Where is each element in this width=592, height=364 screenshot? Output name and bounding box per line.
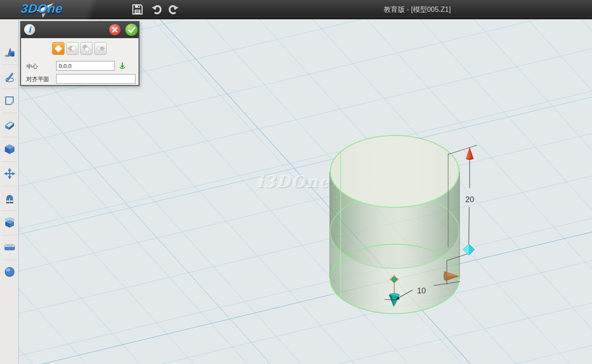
toolbar-separator <box>2 113 17 113</box>
cylinder-top-face[interactable] <box>330 136 459 207</box>
undo-icon <box>151 4 162 15</box>
double-diamond-icon <box>68 44 77 54</box>
toolbar-separator <box>2 211 17 211</box>
material-bar-icon <box>4 241 16 253</box>
tool-move-transform[interactable] <box>3 167 16 180</box>
tool-eraser[interactable] <box>3 118 16 132</box>
toolbar-separator <box>2 161 17 162</box>
cylinder-preview[interactable] <box>330 135 460 314</box>
toolbar-separator <box>2 89 17 89</box>
confirm-check-icon <box>128 27 136 33</box>
combine-cube-icon <box>4 217 16 229</box>
offset-diamond-icon <box>82 44 91 54</box>
left-toolbar <box>0 19 19 364</box>
mode-diamond-1[interactable] <box>52 42 64 55</box>
cylinder-parameter-dialog: i <box>20 21 139 86</box>
toolbar-separator <box>2 137 17 137</box>
radius-dim-label[interactable]: 10 <box>417 286 426 295</box>
solid-primitives-icon <box>4 46 16 59</box>
cancel-button[interactable] <box>109 24 121 36</box>
toolbar-separator <box>2 235 17 236</box>
toolbar-separator <box>2 186 17 186</box>
save-button[interactable] <box>130 1 145 17</box>
toolbar-separator <box>2 64 17 65</box>
mode-diamond-4[interactable] <box>94 42 107 55</box>
undo-button[interactable] <box>149 1 164 17</box>
center-field-label: 中心 <box>26 63 38 71</box>
dialog-header[interactable]: i <box>21 22 139 38</box>
tool-solid-primitives[interactable] <box>3 46 16 59</box>
toolbar-separator <box>2 260 17 260</box>
height-dim-label[interactable]: 20 <box>465 195 474 204</box>
save-icon <box>132 4 143 15</box>
mode-diamond-2[interactable] <box>66 42 78 55</box>
tool-sketch-pencil[interactable] <box>3 70 16 83</box>
pick-point-icon[interactable] <box>118 61 126 70</box>
sketch-plane-icon <box>4 95 16 107</box>
snap-magnet-icon <box>4 192 16 204</box>
solid-cube-icon <box>4 143 16 155</box>
mode-diamond-3[interactable] <box>80 42 93 55</box>
tool-material-bar[interactable] <box>3 241 16 254</box>
center-input[interactable] <box>56 61 115 71</box>
window-title: 教育版 - [模型005.Z1] <box>384 5 451 14</box>
tool-solid-cube[interactable] <box>3 143 16 156</box>
move-transform-icon <box>4 168 16 180</box>
cancel-x-icon <box>112 27 118 33</box>
tool-render-sphere[interactable] <box>3 265 16 278</box>
tool-sketch-plane[interactable] <box>3 94 16 107</box>
confirm-button[interactable] <box>125 24 138 36</box>
redo-icon <box>168 4 179 15</box>
eraser-icon <box>4 119 16 131</box>
render-sphere-icon <box>4 266 16 278</box>
tool-snap-magnet[interactable] <box>3 192 16 205</box>
brand-logo-text: 3DOne <box>20 2 64 16</box>
info-icon[interactable]: i <box>24 24 35 35</box>
tool-combine-cube[interactable] <box>3 216 16 229</box>
align-plane-field-label: 对齐平面 <box>26 75 49 83</box>
mode-button-row <box>52 42 107 55</box>
align-plane-input[interactable] <box>56 74 136 84</box>
redo-button[interactable] <box>166 1 181 17</box>
diamond-icon <box>53 44 63 54</box>
sketch-pencil-icon <box>4 71 16 83</box>
split-diamond-icon <box>96 44 105 54</box>
titlebar: 3DOne 教育版 - [模型005.Z1] <box>0 0 592 19</box>
